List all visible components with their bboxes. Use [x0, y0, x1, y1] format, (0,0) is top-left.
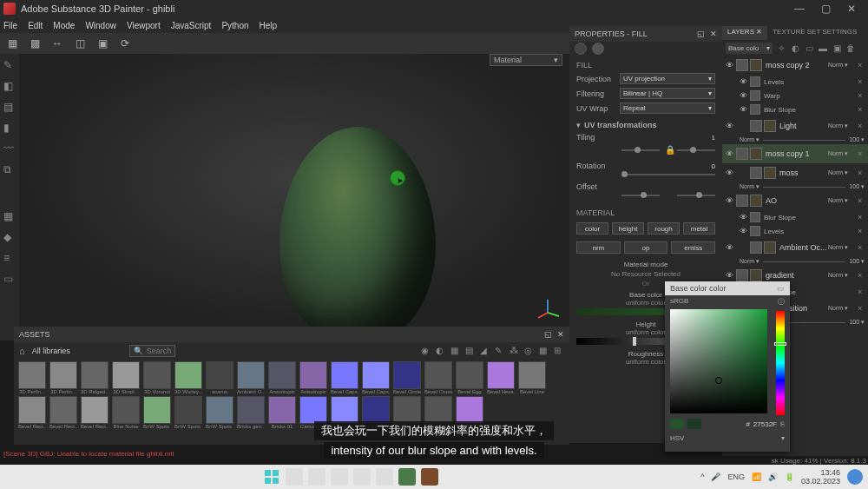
offset-slider-x[interactable] — [621, 195, 660, 196]
fill-icon[interactable]: ▮ — [3, 122, 16, 134]
fx-close-icon[interactable]: × — [858, 91, 866, 100]
symmetry-icon[interactable]: ↔ — [50, 36, 64, 50]
frame-icon[interactable]: ▣ — [95, 36, 109, 50]
layer-thumb[interactable] — [736, 59, 748, 71]
layer-close-icon[interactable]: × — [858, 243, 866, 252]
material-resource-slot[interactable]: No Resource Selected — [569, 268, 722, 280]
tiling-slider-x[interactable] — [621, 149, 660, 151]
layer-name[interactable]: Light — [778, 122, 826, 130]
tray-lang[interactable]: ENG — [727, 472, 745, 481]
projection-icon[interactable]: ▤ — [3, 101, 16, 113]
effect-row[interactable]: 👁Blur Slope× — [722, 102, 868, 116]
visibility-icon[interactable]: 👁 — [724, 271, 734, 280]
filter-brush-icon[interactable]: ✎ — [495, 346, 505, 356]
close-button[interactable]: ✕ — [838, 3, 865, 15]
channel-rough-chip[interactable]: rough — [648, 222, 680, 235]
asset-item[interactable]: Bevel Hexa... — [486, 361, 516, 394]
layer-close-icon[interactable]: × — [858, 149, 866, 158]
asset-item[interactable]: 3D Voronoi — [142, 361, 172, 394]
clone-icon[interactable]: ⧉ — [3, 163, 16, 175]
3d-viewport[interactable]: Material▾ ➤ — [19, 54, 569, 327]
taskbar-app-3[interactable] — [331, 468, 348, 486]
uvwrap-dropdown[interactable]: Repeat▾ — [620, 102, 715, 114]
folder-icon[interactable]: ▭ — [3, 273, 16, 285]
opacity-slider[interactable] — [763, 140, 845, 141]
layer-mask-thumb[interactable] — [764, 167, 776, 179]
layer-row[interactable]: 👁moss copy 1Norm ▾× — [722, 144, 868, 163]
undock-icon[interactable]: ◱ — [697, 30, 705, 38]
color-marker[interactable] — [715, 377, 722, 384]
layer-row[interactable]: 👁LightNorm ▾× — [722, 116, 868, 135]
asset-item[interactable]: 3D Perlin... — [49, 361, 78, 394]
layer-thumb[interactable] — [736, 195, 748, 207]
perspective-icon[interactable]: ◫ — [73, 36, 87, 50]
fx-visibility-icon[interactable]: 👁 — [738, 77, 748, 86]
layer-name[interactable]: moss copy 1 — [764, 149, 826, 158]
minimize-button[interactable]: — — [786, 3, 812, 15]
layer-close-icon[interactable]: × — [858, 271, 866, 280]
layer-close-icon[interactable]: × — [858, 304, 866, 313]
fill-mode-sphere-button[interactable] — [592, 43, 604, 55]
menu-mode[interactable]: Mode — [53, 21, 75, 30]
visibility-icon[interactable]: 👁 — [724, 149, 734, 158]
fx-close-icon[interactable]: × — [858, 227, 866, 235]
add-folder-icon[interactable]: ▣ — [832, 43, 842, 53]
visibility-icon[interactable]: 👁 — [724, 61, 734, 69]
view-grid-icon[interactable]: ⊞ — [554, 346, 564, 356]
asset-item[interactable]: 3D Perlin... — [17, 361, 47, 394]
assets-home-icon[interactable]: ⌂ — [19, 346, 25, 356]
layer-row[interactable]: 👁mossNorm ▾× — [722, 163, 868, 182]
blend-mode-dropdown[interactable]: Norm ▾ — [828, 244, 856, 251]
fx-close-icon[interactable]: × — [858, 287, 866, 296]
menu-python[interactable]: Python — [221, 21, 248, 30]
fx-close-icon[interactable]: × — [858, 105, 866, 114]
blend-mode-dropdown[interactable]: Norm ▾ — [828, 305, 856, 312]
layer-thumb[interactable] — [750, 167, 762, 179]
add-fill-icon[interactable]: ▬ — [818, 43, 828, 53]
smudge-icon[interactable]: 〰 — [3, 142, 16, 155]
color-picker-close-icon[interactable]: ▭ — [777, 284, 785, 293]
assets-undock-icon[interactable]: ◱ — [544, 330, 552, 339]
layer-thumb[interactable] — [736, 148, 748, 160]
taskbar-app-5[interactable] — [376, 468, 393, 486]
asset-item[interactable]: Anisotropic — [299, 361, 328, 394]
layer-thumb[interactable] — [736, 269, 748, 281]
layer-row[interactable]: 👁moss copy 2Norm ▾× — [722, 56, 868, 75]
hue-slider[interactable] — [776, 311, 785, 415]
taskbar-app-4[interactable] — [353, 468, 371, 486]
settings-icon[interactable]: ⟳ — [118, 36, 132, 50]
fx-close-icon[interactable]: × — [858, 77, 866, 86]
viewport-material-dropdown[interactable]: Material▾ — [490, 54, 562, 66]
brush-icon[interactable]: ✎ — [3, 59, 16, 71]
projection-dropdown[interactable]: UV projection▾ — [620, 73, 715, 84]
layer-close-icon[interactable]: × — [858, 169, 866, 177]
tray-mic-icon[interactable]: 🎤 — [711, 472, 720, 481]
taskbar-app-1[interactable] — [286, 468, 303, 486]
fx-visibility-icon[interactable]: 👁 — [738, 91, 748, 100]
filter-material-icon[interactable]: ◐ — [436, 346, 446, 356]
layer-close-icon[interactable]: × — [858, 196, 866, 205]
asset-item[interactable]: 3D Simpl... — [111, 361, 141, 394]
lock-icon[interactable]: 🔒 — [665, 145, 672, 155]
asset-item[interactable]: Ambient O... — [236, 361, 266, 394]
fx-visibility-icon[interactable]: 👁 — [738, 105, 748, 114]
layer-thumb[interactable] — [750, 120, 762, 132]
close-tab-icon[interactable]: ✕ — [756, 28, 762, 36]
layer-mask-thumb[interactable] — [750, 195, 762, 207]
taskbar-app-7[interactable] — [421, 468, 438, 486]
color-mode-label[interactable]: sRGB — [670, 297, 688, 306]
filter-all-icon[interactable]: ◉ — [421, 346, 431, 356]
channel-dropdown[interactable]: Base colo▾ — [726, 43, 773, 54]
blend-mode-dropdown[interactable]: Norm ▾ — [828, 62, 856, 69]
uv-transformations-label[interactable]: UV transformations — [584, 121, 657, 129]
maximize-button[interactable]: ▢ — [812, 3, 838, 15]
layer-name[interactable]: moss copy 2 — [764, 61, 826, 69]
layer-mask-thumb[interactable] — [750, 59, 762, 71]
visibility-icon[interactable]: 👁 — [724, 169, 734, 177]
layer-mask-thumb[interactable] — [764, 120, 776, 132]
eyedropper-icon[interactable]: ⓘ — [778, 297, 785, 306]
filter-particle-icon[interactable]: ⁂ — [510, 346, 520, 356]
effect-row[interactable]: 👁Warp× — [722, 89, 868, 102]
asset-item[interactable]: acarus — [205, 361, 234, 394]
asset-item[interactable]: Anisotropic — [267, 361, 297, 394]
